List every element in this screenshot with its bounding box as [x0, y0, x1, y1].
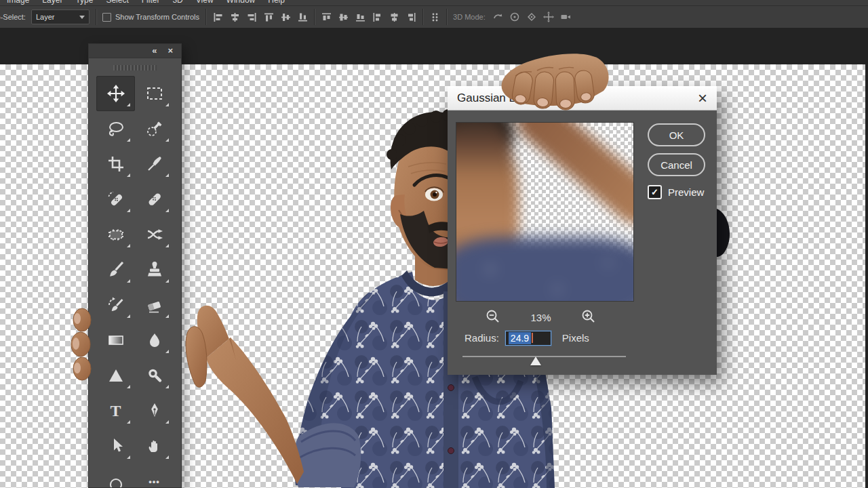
- menu-filter[interactable]: Filter: [142, 0, 160, 5]
- eyedropper-tool[interactable]: [135, 146, 174, 182]
- chevron-down-icon: [79, 16, 85, 19]
- distribute-horizontal-centers-icon[interactable]: [389, 12, 399, 22]
- history-brush-tool[interactable]: [96, 287, 135, 323]
- camera-3d-icon[interactable]: [560, 12, 571, 22]
- path-selection-tool[interactable]: [96, 428, 135, 464]
- menu-3d[interactable]: 3D: [172, 0, 182, 5]
- slider-track[interactable]: [462, 356, 626, 357]
- distribute-bottom-edges-icon[interactable]: [355, 12, 366, 22]
- history-brush-icon: [107, 296, 125, 314]
- pen-tool[interactable]: [135, 393, 174, 428]
- content-aware-move-icon: [146, 226, 163, 243]
- edit-toolbar-button[interactable]: •••: [135, 464, 174, 488]
- dialog-titlebar[interactable]: Gaussian Blur ×: [448, 86, 717, 110]
- lasso-tool[interactable]: [96, 111, 135, 146]
- clone-stamp-tool[interactable]: [135, 252, 174, 287]
- spot-healing-brush-icon: [107, 190, 125, 208]
- slide-3d-icon[interactable]: [543, 12, 554, 22]
- patch-icon: [107, 226, 125, 243]
- quick-selection-icon: [146, 120, 163, 138]
- blur-preview-thumbnail[interactable]: [456, 122, 634, 302]
- preview-label: Preview: [668, 186, 704, 198]
- rectangular-marquee-tool[interactable]: [135, 76, 174, 111]
- hand-tool[interactable]: [135, 428, 174, 464]
- type-tool[interactable]: T: [96, 393, 135, 428]
- dialog-title: Gaussian Blur: [457, 92, 698, 105]
- move-tool[interactable]: [96, 76, 135, 111]
- cancel-button[interactable]: Cancel: [648, 153, 705, 176]
- distribute-left-edges-icon[interactable]: [372, 12, 382, 22]
- drag-3d-icon[interactable]: [526, 12, 537, 22]
- gaussian-blur-dialog: Gaussian Blur × 13% Radius: 24.9: [448, 86, 717, 375]
- dialog-body: 13% Radius: 24.9 Pixels OK Cancel ✓: [448, 110, 717, 375]
- blurred-shirt: [456, 237, 634, 302]
- crop-tool[interactable]: [96, 146, 135, 182]
- blur-tool[interactable]: [135, 323, 174, 358]
- hand-icon: [146, 437, 163, 455]
- radius-slider[interactable]: [462, 354, 626, 368]
- radius-input[interactable]: 24.9: [505, 331, 551, 346]
- radius-row: Radius: 24.9 Pixels: [465, 330, 589, 346]
- eyedropper-icon: [146, 155, 163, 173]
- roll-3d-icon[interactable]: [509, 12, 520, 22]
- preview-checkbox[interactable]: ✓: [648, 185, 662, 199]
- healing-brush-tool[interactable]: [135, 182, 174, 217]
- menu-select[interactable]: Select: [106, 0, 128, 5]
- show-transform-controls-label: Show Transform Controls: [115, 13, 199, 21]
- close-panel-icon[interactable]: ×: [167, 45, 173, 57]
- auto-select-dropdown[interactable]: Layer: [31, 9, 90, 24]
- menu-type[interactable]: Type: [75, 0, 93, 5]
- preview-zoom-controls: 13%: [448, 308, 634, 326]
- dodge-icon: [146, 367, 163, 384]
- divider: [422, 9, 423, 25]
- lasso-icon: [107, 120, 125, 138]
- menu-layer[interactable]: Layer: [42, 0, 62, 5]
- auto-select-label: Auto-Select:: [0, 13, 26, 21]
- zoom-tool[interactable]: [96, 464, 135, 488]
- distribute-vertical-centers-icon[interactable]: [338, 12, 349, 22]
- ok-button[interactable]: OK: [648, 123, 705, 146]
- align-vertical-centers-icon[interactable]: [280, 12, 291, 22]
- preview-zoom-level: 13%: [530, 312, 551, 323]
- align-top-edges-icon[interactable]: [263, 12, 274, 22]
- radius-selected-text: 24.9: [509, 332, 531, 344]
- menu-help[interactable]: Help: [268, 0, 285, 5]
- menu-bar: Image Layer Type Select Filter 3D View W…: [0, 0, 868, 5]
- distribute-top-edges-icon[interactable]: [321, 12, 332, 22]
- close-dialog-icon[interactable]: ×: [698, 92, 707, 105]
- orbit-3d-icon[interactable]: [492, 12, 503, 22]
- align-horizontal-centers-icon[interactable]: [229, 12, 240, 22]
- divider: [446, 9, 447, 25]
- brush-icon: [107, 261, 125, 279]
- brush-tool[interactable]: [96, 252, 135, 287]
- content-aware-move-tool[interactable]: [135, 217, 174, 252]
- slider-thumb[interactable]: [530, 357, 541, 365]
- spot-healing-brush-tool[interactable]: [96, 182, 135, 217]
- type-icon: T: [110, 402, 121, 420]
- menu-image[interactable]: Image: [7, 0, 29, 5]
- zoom-out-magnifier-icon[interactable]: [486, 309, 500, 326]
- shape-triangle-tool[interactable]: [96, 358, 135, 393]
- gradient-icon: [107, 331, 125, 349]
- toolbox-header[interactable]: « ×: [89, 44, 181, 58]
- distribute-right-edges-icon[interactable]: [406, 12, 416, 22]
- quick-selection-tool[interactable]: [135, 111, 174, 146]
- 3d-mode-label: 3D Mode:: [453, 13, 486, 21]
- collapse-panel-icon[interactable]: «: [152, 45, 157, 57]
- patch-tool[interactable]: [96, 217, 135, 252]
- menu-window[interactable]: Window: [226, 0, 256, 5]
- align-left-edges-icon[interactable]: [212, 12, 223, 22]
- dodge-tool[interactable]: [135, 358, 174, 393]
- panel-grip[interactable]: [113, 65, 157, 70]
- photoshop-window: Image Layer Type Select Filter 3D View W…: [0, 0, 868, 488]
- zoom-in-magnifier-icon[interactable]: [581, 309, 596, 326]
- distribute-spacing-icon[interactable]: [429, 12, 440, 22]
- eraser-tool[interactable]: [135, 287, 174, 323]
- align-bottom-edges-icon[interactable]: [297, 12, 308, 22]
- menu-view[interactable]: View: [196, 0, 214, 5]
- divider: [314, 9, 315, 25]
- blurred-arm: [509, 122, 634, 232]
- show-transform-controls-checkbox[interactable]: [102, 13, 111, 22]
- align-right-edges-icon[interactable]: [246, 12, 257, 22]
- gradient-tool[interactable]: [96, 323, 135, 358]
